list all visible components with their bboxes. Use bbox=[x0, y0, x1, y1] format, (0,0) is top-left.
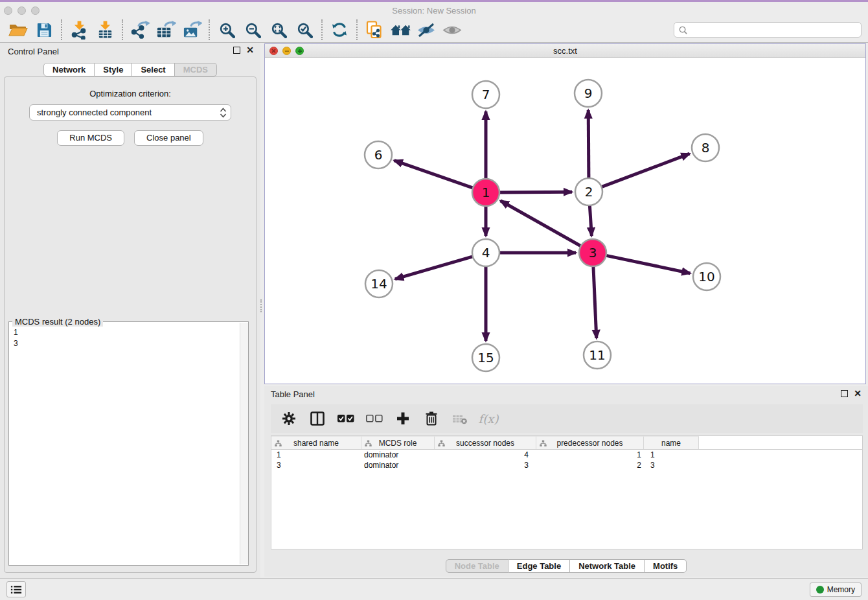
table-row[interactable]: 3 dominator 3 2 3 bbox=[271, 460, 862, 470]
home-networks-button[interactable] bbox=[387, 19, 413, 41]
float-panel-icon[interactable] bbox=[233, 47, 240, 54]
graph-edge-2-9[interactable] bbox=[588, 110, 589, 179]
export-image-button[interactable] bbox=[179, 19, 205, 41]
search-input[interactable] bbox=[688, 25, 861, 34]
table-row[interactable]: 1 dominator 4 1 1 bbox=[271, 450, 862, 460]
select-all-button[interactable] bbox=[334, 408, 358, 430]
task-history-button[interactable] bbox=[6, 581, 26, 597]
zoom-out-button[interactable] bbox=[240, 19, 266, 41]
function-builder-button[interactable]: f(x) bbox=[477, 408, 500, 430]
tab-edge-table[interactable]: Edge Table bbox=[508, 559, 570, 573]
add-column-button[interactable] bbox=[391, 408, 415, 430]
delete-column-button[interactable] bbox=[420, 408, 443, 430]
column-header-successor-nodes[interactable]: successor nodes bbox=[435, 436, 536, 449]
close-panel-icon[interactable]: ✕ bbox=[246, 47, 254, 54]
float-table-panel-icon[interactable] bbox=[841, 390, 848, 397]
graph-node-6[interactable]: 6 bbox=[365, 141, 392, 168]
tab-network[interactable]: Network bbox=[43, 63, 95, 76]
close-table-panel-icon[interactable]: ✕ bbox=[854, 390, 862, 397]
fx-icon: f(x) bbox=[479, 412, 499, 426]
save-floppy-icon bbox=[36, 22, 52, 38]
cell-successor-nodes[interactable]: 4 bbox=[435, 450, 536, 460]
graph-edge-1-2[interactable] bbox=[499, 192, 572, 192]
tab-select[interactable]: Select bbox=[132, 63, 174, 76]
column-header-predecessor-nodes[interactable]: predecessor nodes bbox=[536, 436, 644, 449]
network-window-titlebar[interactable]: scc.txt bbox=[265, 44, 865, 58]
network-snapshot-button[interactable] bbox=[361, 19, 387, 41]
graph-node-11[interactable]: 11 bbox=[584, 341, 611, 369]
cell-mcds-role[interactable]: dominator bbox=[361, 450, 435, 460]
memory-label: Memory bbox=[827, 585, 855, 594]
save-session-button[interactable] bbox=[31, 19, 57, 41]
memory-button[interactable]: Memory bbox=[810, 583, 862, 597]
svg-text:4: 4 bbox=[482, 245, 490, 260]
delete-table-button[interactable] bbox=[448, 408, 472, 430]
table-toolbar: f(x) bbox=[271, 404, 863, 433]
open-session-button[interactable] bbox=[5, 19, 31, 41]
cell-name[interactable]: 3 bbox=[644, 460, 699, 470]
graph-node-10[interactable]: 10 bbox=[693, 263, 720, 290]
deselect-all-button[interactable] bbox=[363, 408, 386, 430]
zoom-selected-button[interactable] bbox=[291, 19, 317, 41]
tab-motifs[interactable]: Motifs bbox=[645, 559, 687, 573]
result-value: 3 bbox=[14, 338, 18, 349]
zoom-in-button[interactable] bbox=[214, 19, 240, 41]
cell-successor-nodes[interactable]: 3 bbox=[435, 460, 536, 470]
cell-mcds-role[interactable]: dominator bbox=[361, 460, 435, 470]
column-header-mcds-role[interactable]: MCDS role bbox=[361, 436, 435, 449]
graph-node-8[interactable]: 8 bbox=[692, 134, 719, 161]
import-network-button[interactable] bbox=[66, 19, 92, 41]
cell-shared-name[interactable]: 1 bbox=[271, 450, 361, 460]
tab-node-table[interactable]: Node Table bbox=[446, 559, 508, 573]
export-table-button[interactable] bbox=[153, 19, 179, 41]
optimization-criterion-select[interactable]: strongly connected component bbox=[29, 104, 231, 121]
hide-selected-button[interactable] bbox=[413, 19, 439, 41]
network-canvas[interactable]: 1234678910111415 bbox=[265, 58, 865, 384]
column-layout-button[interactable] bbox=[306, 408, 329, 430]
global-search-field[interactable] bbox=[674, 22, 862, 38]
show-all-button[interactable] bbox=[439, 19, 465, 41]
graph-edge-3-1[interactable] bbox=[501, 201, 582, 246]
trash-icon bbox=[424, 411, 439, 426]
column-header-name[interactable]: name bbox=[644, 436, 699, 449]
toolbar-separator bbox=[61, 19, 62, 40]
graph-edge-4-14[interactable] bbox=[395, 257, 474, 279]
tab-network-table[interactable]: Network Table bbox=[570, 559, 645, 573]
cell-name[interactable]: 1 bbox=[644, 450, 699, 460]
graph-edge-2-3[interactable] bbox=[589, 205, 591, 236]
node-table[interactable]: shared name MCDS role successor nodes bbox=[271, 435, 863, 549]
graph-node-14[interactable]: 14 bbox=[365, 270, 393, 297]
zoom-selected-icon bbox=[297, 22, 313, 38]
import-table-button[interactable] bbox=[92, 19, 118, 41]
export-network-button[interactable] bbox=[127, 19, 153, 41]
cell-predecessor-nodes[interactable]: 1 bbox=[536, 450, 644, 460]
graph-edge-3-11[interactable] bbox=[593, 266, 597, 338]
eye-slash-icon bbox=[417, 23, 436, 38]
result-scrollbar[interactable] bbox=[240, 323, 248, 564]
cell-shared-name[interactable]: 3 bbox=[271, 460, 361, 470]
graph-node-2[interactable]: 2 bbox=[575, 178, 602, 205]
tab-mcds[interactable]: MCDS bbox=[175, 63, 217, 76]
gear-icon bbox=[282, 411, 296, 426]
open-folder-icon bbox=[8, 22, 28, 38]
refresh-view-button[interactable] bbox=[326, 19, 352, 41]
graph-node-4[interactable]: 4 bbox=[472, 239, 499, 266]
graph-edge-1-6[interactable] bbox=[394, 161, 474, 189]
graph-node-1[interactable]: 1 bbox=[472, 179, 499, 206]
cell-predecessor-nodes[interactable]: 2 bbox=[536, 460, 644, 470]
network-graph[interactable]: 1234678910111415 bbox=[265, 58, 865, 384]
graph-node-9[interactable]: 9 bbox=[575, 80, 602, 107]
graph-node-7[interactable]: 7 bbox=[472, 81, 499, 108]
column-header-shared-name[interactable]: shared name bbox=[271, 436, 361, 449]
close-panel-button[interactable]: Close panel bbox=[134, 130, 203, 146]
export-network-icon bbox=[130, 21, 150, 40]
run-mcds-button[interactable]: Run MCDS bbox=[57, 130, 124, 146]
graph-node-15[interactable]: 15 bbox=[472, 344, 499, 371]
graph-node-3[interactable]: 3 bbox=[579, 239, 606, 266]
tab-style[interactable]: Style bbox=[95, 63, 132, 76]
header-label: MCDS role bbox=[379, 439, 417, 448]
table-settings-button[interactable] bbox=[277, 408, 301, 430]
graph-edge-2-8[interactable] bbox=[601, 154, 690, 187]
zoom-fit-button[interactable] bbox=[266, 19, 291, 41]
graph-edge-3-10[interactable] bbox=[606, 255, 691, 273]
